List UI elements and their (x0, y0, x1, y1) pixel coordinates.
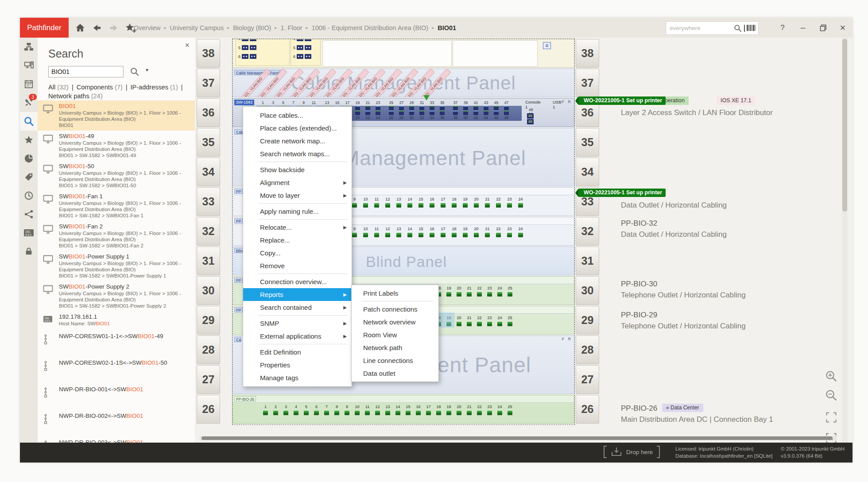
home-icon[interactable] (74, 22, 86, 34)
breadcrumb-item[interactable]: Overview (134, 24, 160, 31)
context-menu-item[interactable]: Replace... (243, 234, 352, 247)
context-menu-item[interactable]: Move to layer▶ (243, 189, 352, 202)
filter-link[interactable]: Components (7) (77, 84, 123, 91)
search-result-item[interactable]: 192.0.0.1192.178.161.1Host Name: SWBIO01 (38, 311, 195, 329)
report-pie-icon[interactable] (20, 149, 38, 168)
panel-close-icon[interactable]: × (185, 41, 190, 49)
rack-row-cable-panel[interactable]: Cable Management Panel Cable Management … (232, 69, 574, 97)
context-menu-item[interactable]: Properties (243, 359, 352, 371)
search-result-item[interactable]: SWBIO01-49University Campus > Biology (B… (38, 131, 195, 161)
global-search-input[interactable] (666, 25, 732, 31)
forward-icon[interactable] (108, 22, 120, 34)
search-result-item[interactable]: NWP-CORESW01-1-1<->SWBIO01-49 (38, 329, 195, 355)
context-submenu-item[interactable]: Network overview (352, 316, 438, 328)
location-tag[interactable]: » Data Center (662, 404, 703, 412)
context-submenu-item[interactable]: Data outlet (352, 367, 438, 380)
breadcrumb-item[interactable]: 1006 - Equipment Distribution Area (BIO) (312, 24, 429, 31)
search-result-item[interactable]: SWBIO01-Fan 1University Campus > Biology… (38, 191, 195, 221)
back-icon[interactable] (91, 22, 103, 34)
context-menu-item[interactable]: Relocate...▶ (243, 221, 352, 234)
context-menu-item[interactable]: Connection overview... (243, 275, 352, 288)
context-menu-item[interactable]: Place cables (extended)... (243, 122, 352, 135)
search-result-item[interactable]: NWP-DR-BIO-002<->SWBIO01 (38, 409, 195, 435)
search-result-item[interactable]: SWBIO01-Power Supply 2University Campus … (38, 281, 195, 311)
patch-port (508, 292, 512, 297)
context-menu-item[interactable]: Apply naming rule... (243, 205, 352, 218)
module-number: 6 (293, 54, 295, 59)
context-submenu-item[interactable]: Line connections (352, 354, 438, 367)
workorder-banner[interactable]: WO-20221005-1 Set up printer (578, 96, 666, 105)
restore-button[interactable] (814, 18, 832, 38)
context-menu-item[interactable]: Alignment▶ (243, 176, 352, 189)
search-result-item[interactable]: BIO01University Campus > Biology (BIO) >… (38, 100, 195, 131)
schedule-icon[interactable] (20, 75, 38, 93)
search-result-item[interactable]: SWBIO01-Power Supply 1University Campus … (38, 251, 195, 281)
search-submit-icon[interactable] (130, 67, 140, 78)
rack-unit-number: 33 (197, 187, 220, 216)
share-network-icon[interactable] (20, 205, 38, 224)
context-menu-item[interactable]: Copy... (243, 247, 352, 259)
patch-port (374, 203, 379, 208)
search-icon[interactable] (732, 24, 743, 33)
breadcrumb-item[interactable]: University Campus (170, 24, 224, 31)
label-tool-icon[interactable]: A (825, 432, 837, 443)
help-button[interactable]: ? (774, 18, 791, 38)
patch-port-column: 2 (271, 404, 281, 415)
rack-row-patch-panel[interactable]: PP-BIO-26 123456789101112131415161718192… (232, 395, 574, 424)
barcode-scan-icon[interactable] (743, 24, 758, 33)
context-menu-item[interactable]: Reports▶ (243, 288, 352, 301)
breadcrumb-item[interactable]: 1. Floor (280, 24, 302, 31)
breadcrumb-item[interactable]: Biology (BIO) (233, 24, 271, 31)
filter-link[interactable]: IP-addresses (1) (131, 84, 178, 91)
history-clock-icon[interactable] (20, 186, 38, 205)
tag-icon[interactable] (20, 168, 38, 186)
context-menu-item[interactable]: Create network map... (243, 135, 352, 147)
search-result-item[interactable]: SWBIO01-50University Campus > Biology (B… (38, 161, 195, 191)
patch-port-column: 11 (371, 226, 382, 237)
zoom-in-icon[interactable] (825, 370, 838, 385)
search-options-caret-icon[interactable]: ▾ (146, 67, 148, 73)
port-number: 24 (515, 226, 526, 232)
zoom-fit-icon[interactable] (825, 411, 837, 425)
favorites-icon[interactable] (20, 131, 38, 149)
ip-address-icon[interactable]: 192.0.0.1 (20, 224, 38, 242)
context-submenu-item[interactable]: Print Labels (352, 287, 438, 300)
rack-row-module-panel[interactable]: 456 456 ≣ (232, 39, 574, 68)
minimize-button[interactable]: – (794, 18, 812, 38)
filter-link[interactable]: Network paths (24) (48, 93, 103, 100)
text-fragment: NWP-CORESW01-1-1<->SW (59, 333, 138, 339)
horizontal-scrollbar-thumb[interactable] (202, 436, 833, 440)
context-menu-item[interactable]: SNMP▶ (243, 317, 352, 330)
context-menu-item[interactable]: Edit Definition (243, 346, 352, 359)
search-icon[interactable] (20, 112, 38, 131)
patch-port-column: 18 (434, 404, 444, 415)
context-menu-item[interactable]: External applications▶ (243, 330, 352, 343)
firmware-tag[interactable]: IOS XE 17.1 (717, 96, 755, 105)
context-submenu-item[interactable]: Patch connections (352, 303, 438, 316)
context-submenu-item[interactable]: Network path (352, 341, 438, 354)
context-menu-item[interactable]: Search contained▶ (243, 301, 352, 314)
context-menu-item[interactable]: Search network maps... (243, 147, 352, 160)
zoom-out-icon[interactable] (825, 389, 838, 404)
search-result-item[interactable]: NWP-DR-BIO-003<->SWBIO01 (38, 435, 195, 443)
components-icon[interactable] (20, 56, 38, 75)
workorder-banner[interactable]: WO-20221005-1 Set up printer (578, 189, 666, 197)
tools-icon[interactable]: 3 (20, 93, 38, 112)
search-result-item[interactable]: NWP-CORESW02-1-1S<->SWBIO01-50 (38, 355, 195, 382)
lock-icon[interactable] (20, 242, 38, 261)
context-menu-item[interactable]: Remove (243, 259, 352, 272)
context-menu-item[interactable]: Place cables... (243, 109, 352, 122)
topology-icon[interactable] (20, 38, 38, 56)
vertical-scrollbar-thumb[interactable] (842, 39, 847, 212)
context-menu-item[interactable]: Manage tags (243, 371, 352, 384)
search-result-item[interactable]: NWP-DR-BIO-001<->SWBIO01 (38, 382, 195, 409)
close-button[interactable]: × (834, 18, 852, 38)
breadcrumb-item[interactable]: BIO01 (438, 24, 456, 31)
search-result-item[interactable]: SWBIO01-Fan 2University Campus > Biology… (38, 221, 195, 251)
menu-item-label: Line connections (363, 357, 413, 364)
context-menu-item[interactable]: Show backside (243, 163, 352, 176)
context-submenu-item[interactable]: Room View (352, 328, 438, 341)
drop-target[interactable]: Drop here (604, 446, 660, 458)
filter-link[interactable]: All (32) (48, 84, 69, 91)
search-input[interactable] (49, 66, 123, 77)
